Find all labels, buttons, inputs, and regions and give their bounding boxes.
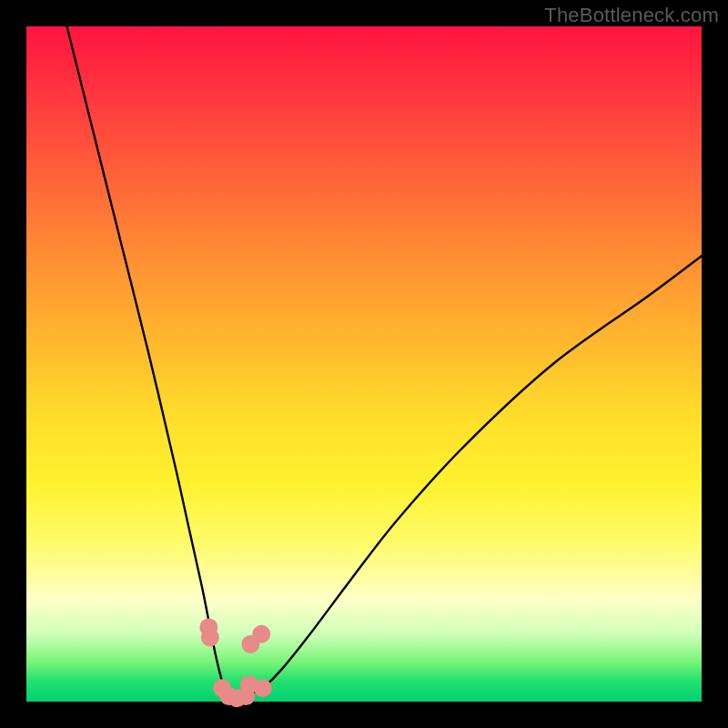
watermark-text: TheBottleneck.com	[544, 4, 719, 27]
highlight-point	[201, 629, 219, 647]
chart-frame: TheBottleneck.com	[0, 0, 728, 728]
highlight-point	[254, 679, 272, 697]
bottleneck-curve	[67, 26, 702, 703]
chart-plot-area	[26, 26, 702, 702]
chart-svg	[26, 26, 702, 702]
highlight-points	[199, 618, 271, 707]
highlight-point	[252, 625, 270, 643]
